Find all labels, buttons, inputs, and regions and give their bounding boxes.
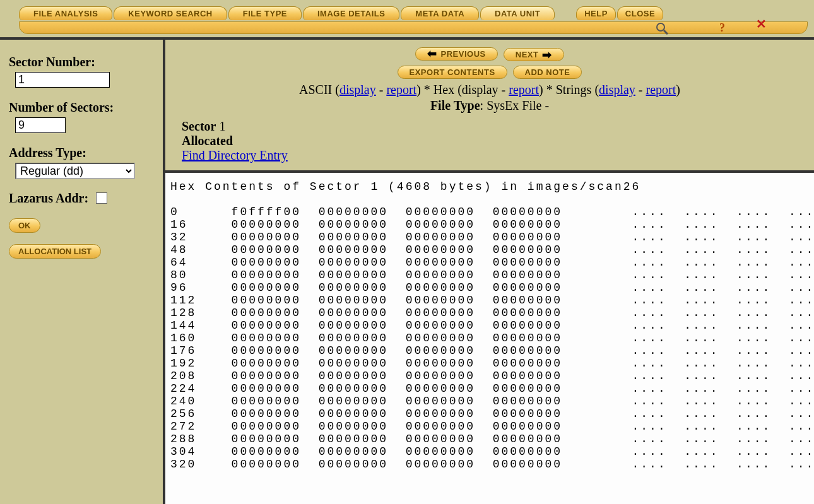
num-sectors-label: Number of Sectors: (9, 100, 156, 115)
sector-number-label: Sector Number: (9, 55, 156, 69)
tab-meta-data[interactable]: META DATA (401, 6, 479, 20)
tab-keyword-search[interactable]: KEYWORD SEARCH (114, 6, 227, 20)
address-type-label: Address Type: (9, 146, 156, 160)
tab-image-details[interactable]: IMAGE DETAILS (303, 6, 399, 20)
export-contents-button[interactable]: EXPORT CONTENTS (398, 66, 507, 79)
top-toolbar: FILE ANALYSIS KEYWORD SEARCH FILE TYPE I… (0, 0, 814, 40)
hex-display-label: display (462, 83, 498, 97)
allocation-status: Allocated (182, 134, 233, 148)
tab-data-unit[interactable]: DATA UNIT (480, 6, 555, 20)
sector-number-input[interactable] (15, 72, 110, 88)
arrow-right-icon: ➡ (542, 51, 552, 59)
find-directory-entry-link[interactable]: Find Directory Entry (182, 148, 288, 162)
file-type-value: SysEx File - (487, 98, 549, 112)
allocation-list-button[interactable]: ALLOCATION LIST (9, 244, 101, 259)
next-button[interactable]: NEXT ➡ (504, 48, 564, 61)
help-icon[interactable]: ? (719, 21, 725, 35)
tab-close[interactable]: CLOSE (617, 6, 663, 20)
format-row: ASCII (display - report) * Hex (display … (172, 83, 808, 97)
sector-number-value: 1 (219, 119, 225, 133)
ascii-display-link[interactable]: display (339, 83, 376, 97)
ascii-report-link[interactable]: report (386, 83, 416, 97)
sidebar: Sector Number: Number of Sectors: Addres… (0, 40, 165, 504)
lazarus-label: Lazarus Addr: (9, 191, 88, 206)
svg-line-1 (664, 30, 668, 34)
content-pane: ⬅ PREVIOUS NEXT ➡ EXPORT CONTENTS ADD NO… (165, 40, 814, 504)
lazarus-checkbox[interactable] (96, 192, 107, 204)
add-note-button[interactable]: ADD NOTE (513, 66, 582, 79)
tab-file-type[interactable]: FILE TYPE (228, 6, 302, 20)
content-header: ⬅ PREVIOUS NEXT ➡ EXPORT CONTENTS ADD NO… (165, 40, 814, 173)
svg-point-0 (657, 23, 664, 31)
address-type-select[interactable]: Regular (dd) (15, 163, 135, 179)
strings-report-link[interactable]: report (646, 83, 676, 97)
tab-help[interactable]: HELP (576, 6, 616, 20)
ok-button[interactable]: OK (9, 218, 40, 233)
previous-button[interactable]: ⬅ PREVIOUS (415, 47, 498, 61)
num-sectors-input[interactable] (15, 117, 66, 133)
hex-report-link[interactable]: report (509, 83, 539, 97)
hex-pane[interactable]: Hex Contents of Sector 1 (4608 bytes) in… (165, 173, 814, 504)
strings-display-link[interactable]: display (599, 83, 635, 97)
close-icon[interactable]: ✕ (756, 20, 767, 28)
tab-file-analysis[interactable]: FILE ANALYSIS (19, 6, 112, 20)
arrow-left-icon: ⬅ (427, 50, 437, 57)
magnifier-icon[interactable] (656, 22, 668, 37)
toolbar-underbar: ? ✕ (19, 21, 808, 34)
